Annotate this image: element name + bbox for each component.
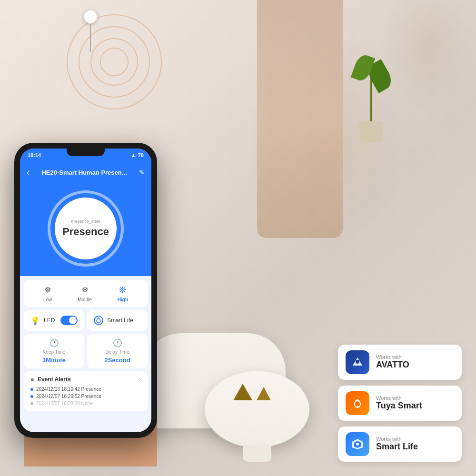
tuya-logo: [346, 391, 369, 415]
keep-time-card[interactable]: 🕐 Keep Time 3Minute: [24, 334, 84, 368]
event-title-text: Event Alerts: [38, 376, 71, 383]
radar-wave-4: [67, 14, 162, 109]
sensor-cable: [90, 24, 91, 52]
event-header[interactable]: ≡ Event Alerts ›: [30, 376, 141, 383]
tuya-badge-text: Works with Tuya Smart: [376, 395, 422, 411]
led-card: 💡 LED: [24, 310, 84, 331]
avatto-brand-label: AVATTO: [376, 360, 409, 370]
event-dot-2: [30, 395, 33, 398]
tuya-brand-label: Tuya Smart: [376, 401, 422, 411]
tuya-badge[interactable]: Works with Tuya Smart: [338, 386, 462, 421]
presence-circle-outer: Presence_state Presence: [48, 190, 124, 267]
led-smart-row: 💡 LED Smart Life: [24, 310, 148, 331]
sensor-device: [83, 10, 98, 24]
mountain-2: [257, 387, 271, 400]
event-item-3: 2024/12/07 18:20:38 None: [30, 401, 141, 406]
time-row: 🕐 Keep Time 3Minute 🕐 Delay Time 2Second: [24, 334, 148, 368]
sensitivity-low-label: Low: [43, 297, 52, 302]
svg-point-1: [356, 443, 359, 446]
smartphone: 18:14 ▲ 78 ‹ HE20-Smart Human Presen... …: [14, 143, 157, 438]
event-dot-3: [30, 402, 33, 405]
keep-time-value: 3Minute: [42, 357, 66, 364]
table-leg: [243, 445, 271, 462]
smartlife-logo: [346, 432, 369, 456]
keep-time-icon: 🕐: [50, 338, 59, 347]
delay-time-card[interactable]: 🕐 Delay Time 2Second: [87, 334, 148, 368]
wifi-icon: ▲: [131, 152, 136, 158]
smart-life-icon: [94, 316, 103, 325]
event-text-3: 2024/12/07 18:20:38 None: [36, 401, 92, 406]
led-toggle[interactable]: [60, 316, 78, 325]
toggle-knob: [69, 317, 77, 324]
mountain-1: [233, 384, 252, 400]
sensitivity-middle-icon: ❅: [81, 285, 89, 295]
phone-screen: 18:14 ▲ 78 ‹ HE20-Smart Human Presen... …: [20, 149, 151, 432]
presence-state-label: Presence_state: [71, 219, 101, 224]
svg-point-0: [356, 360, 359, 364]
led-bulb-icon: 💡: [30, 316, 40, 325]
sensitivity-middle-label: Middle: [78, 297, 91, 302]
event-item-2: 2024/12/07 18:20:52 Presence: [30, 394, 141, 399]
delay-time-label: Delay Time: [105, 349, 129, 355]
sensitivity-high[interactable]: ❊ High: [118, 285, 128, 302]
sensitivity-card: ❅ Low ❅ Middle ❊ High: [24, 280, 148, 307]
status-time: 18:14: [28, 152, 41, 158]
phone-wrapper: 18:14 ▲ 78 ‹ HE20-Smart Human Presen... …: [14, 143, 176, 466]
plant-pot: [359, 121, 383, 143]
smartlife-works-with-label: Works with: [376, 436, 418, 442]
tuya-works-with-label: Works with: [376, 395, 422, 401]
event-chevron-icon: ›: [139, 376, 141, 383]
event-list: 2024/12/13 18:10:42 Presence 2024/12/07 …: [30, 387, 141, 406]
curtain-decoration: [257, 0, 343, 238]
sensitivity-high-label: High: [118, 297, 128, 302]
app-title: HE20-Smart Human Presen...: [41, 169, 127, 176]
delay-time-value: 2Second: [104, 357, 130, 364]
event-title: ≡ Event Alerts: [30, 376, 71, 383]
presence-section: Presence_state Presence: [20, 183, 151, 276]
event-text-2: 2024/12/07 18:20:52 Presence: [36, 394, 101, 399]
avatto-works-with-label: Works with: [376, 354, 409, 360]
radar-waves: [67, 14, 162, 109]
mountain-decoration: [233, 384, 271, 402]
presence-circle-inner: Presence_state Presence: [55, 198, 117, 259]
led-label: LED: [44, 317, 55, 324]
back-button[interactable]: ‹: [27, 168, 30, 178]
smartlife-brand-label: Smart Life: [376, 442, 418, 452]
smart-life-label: Smart Life: [107, 317, 133, 324]
smartlife-badge-text: Works with Smart Life: [376, 436, 418, 452]
avatto-logo: [346, 350, 369, 374]
smartlife-badge[interactable]: Works with Smart Life: [338, 426, 462, 462]
status-icons: ▲ 78: [131, 152, 144, 158]
event-list-icon: ≡: [30, 376, 34, 383]
event-alerts-card: ≡ Event Alerts › 2024/12/13 18:10:42 Pre…: [24, 371, 148, 411]
event-item-1: 2024/12/13 18:10:42 Presence: [30, 387, 141, 392]
delay-time-icon: 🕐: [113, 338, 122, 347]
sensitivity-high-icon: ❊: [119, 285, 126, 295]
keep-time-label: Keep Time: [43, 349, 66, 355]
presence-value: Presence: [62, 226, 109, 238]
avatto-badge[interactable]: Works with AVATTO: [338, 345, 462, 380]
coffee-table: [205, 371, 309, 447]
phone-notch: [67, 149, 105, 156]
battery-icon: 78: [138, 152, 144, 158]
sensitivity-middle[interactable]: ❅ Middle: [78, 285, 91, 302]
badges-section: Works with AVATTO Works with Tuya Smart …: [338, 345, 462, 462]
sensitivity-low-icon: ❅: [44, 285, 51, 295]
app-header: ‹ HE20-Smart Human Presen... ✎: [20, 162, 151, 183]
event-dot-1: [30, 388, 33, 391]
controls-section: ❅ Low ❅ Middle ❊ High 💡: [20, 276, 151, 415]
sensitivity-low[interactable]: ❅ Low: [43, 285, 52, 302]
avatto-badge-text: Works with AVATTO: [376, 354, 409, 370]
smart-life-card[interactable]: Smart Life: [87, 310, 148, 331]
plant-decoration: [352, 48, 390, 143]
event-text-1: 2024/12/13 18:10:42 Presence: [36, 387, 101, 392]
edit-button[interactable]: ✎: [139, 169, 145, 176]
